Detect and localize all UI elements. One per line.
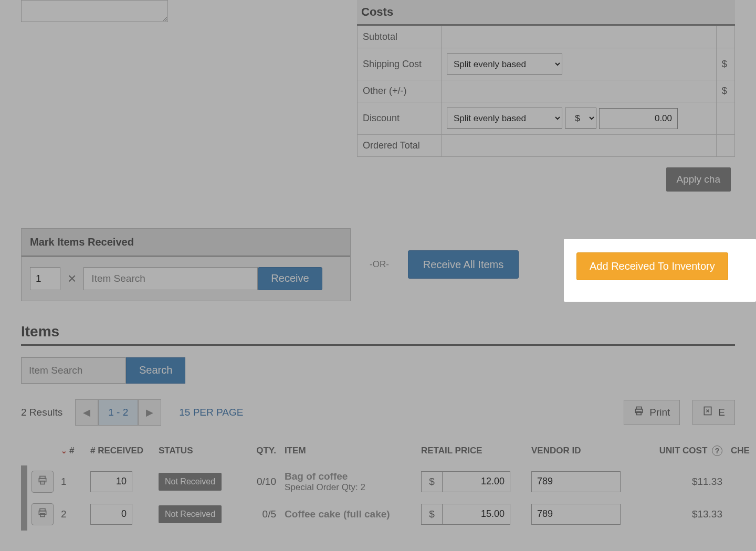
costs-table: Subtotal Shipping Cost Split evenly base… xyxy=(357,26,735,157)
row-num: 2 xyxy=(57,498,86,531)
row-num: 1 xyxy=(57,465,86,498)
notes-textarea[interactable] xyxy=(21,0,168,22)
discount-value-input[interactable] xyxy=(599,108,678,129)
shipping-split-select[interactable]: Split evenly based xyxy=(447,54,562,75)
export-label: E xyxy=(718,407,725,418)
retail-price-input[interactable] xyxy=(442,504,510,525)
items-table: ⌄# # RECEIVED STATUS QTY. ITEM RETAIL PR… xyxy=(21,440,756,531)
apply-changes-button[interactable]: Apply cha xyxy=(666,167,731,192)
item-sub: Special Order Qty: 2 xyxy=(285,482,413,493)
shipping-label: Shipping Cost xyxy=(358,48,442,80)
col-qty[interactable]: QTY. xyxy=(233,440,280,465)
unit-cost: $13.33 xyxy=(637,498,727,531)
discount-currency-select[interactable]: $ xyxy=(565,108,596,129)
multiply-icon: × xyxy=(68,270,76,287)
table-row: 2Not Received0/5Coffee cake (full cake)$… xyxy=(21,498,756,531)
retail-price-input[interactable] xyxy=(442,471,510,492)
pager-next-button[interactable]: ▶ xyxy=(138,399,161,426)
items-search-input[interactable] xyxy=(21,357,126,384)
unit-cost: $11.33 xyxy=(637,465,727,498)
col-num[interactable]: ⌄# xyxy=(57,440,86,465)
print-icon xyxy=(634,406,644,419)
highlight-region: Add Received To Inventory xyxy=(564,239,756,302)
received-qty-input[interactable] xyxy=(90,504,132,525)
item-name[interactable]: Bag of coffee xyxy=(285,471,413,482)
receive-item-search-input[interactable] xyxy=(83,267,258,290)
items-search-button[interactable]: Search xyxy=(126,357,185,384)
mark-items-heading: Mark Items Received xyxy=(22,229,350,257)
row-print-button[interactable] xyxy=(32,503,54,525)
discount-label: Discount xyxy=(358,102,442,135)
table-row: 1Not Received0/10Bag of coffeeSpecial Or… xyxy=(21,465,756,498)
or-separator: -OR- xyxy=(370,259,389,270)
receive-qty-input[interactable] xyxy=(30,267,60,290)
export-button[interactable]: E xyxy=(692,400,735,425)
other-currency: $ xyxy=(716,80,734,102)
excel-icon xyxy=(702,406,713,419)
col-item[interactable]: ITEM xyxy=(280,440,417,465)
receive-button[interactable]: Receive xyxy=(258,267,322,290)
item-name[interactable]: Coffee cake (full cake) xyxy=(285,508,413,520)
status-badge: Not Received xyxy=(159,473,222,491)
help-icon[interactable]: ? xyxy=(712,446,722,456)
col-check[interactable]: CHE xyxy=(727,440,756,465)
row-handle[interactable] xyxy=(21,498,27,531)
vendor-id-input[interactable] xyxy=(531,504,621,525)
pager-prev-button[interactable]: ◀ xyxy=(75,399,98,426)
col-status[interactable]: STATUS xyxy=(154,440,233,465)
currency-symbol: $ xyxy=(421,504,442,525)
shipping-currency: $ xyxy=(716,48,734,80)
print-icon xyxy=(37,475,48,488)
row-handle[interactable] xyxy=(21,465,27,498)
items-heading: Items xyxy=(21,323,735,346)
other-label: Other (+/-) xyxy=(358,80,442,102)
currency-symbol: $ xyxy=(421,471,442,492)
costs-heading: Costs xyxy=(357,0,735,26)
vendor-id-input[interactable] xyxy=(531,471,621,492)
add-received-to-inventory-button[interactable]: Add Received To Inventory xyxy=(576,252,728,280)
ordered-total-label: Ordered Total xyxy=(358,134,442,156)
per-page-link[interactable]: 15 PER PAGE xyxy=(179,407,243,418)
print-button[interactable]: Print xyxy=(624,400,680,425)
print-label: Print xyxy=(649,407,670,418)
subtotal-label: Subtotal xyxy=(358,26,442,48)
col-unitcost[interactable]: UNIT COST ? xyxy=(637,440,727,465)
print-icon xyxy=(37,507,48,521)
discount-split-select[interactable]: Split evenly based xyxy=(447,108,562,129)
row-qty: 0/5 xyxy=(233,498,280,531)
col-vendor[interactable]: VENDOR ID xyxy=(527,440,637,465)
row-qty: 0/10 xyxy=(233,465,280,498)
status-badge: Not Received xyxy=(159,505,222,523)
receive-all-button[interactable]: Receive All Items xyxy=(408,250,519,279)
results-count: 2 Results xyxy=(21,407,62,418)
pager-current: 1 - 2 xyxy=(98,399,138,426)
received-qty-input[interactable] xyxy=(90,471,132,492)
sort-icon: ⌄ xyxy=(61,447,67,455)
row-print-button[interactable] xyxy=(32,471,54,493)
col-received[interactable]: # RECEIVED xyxy=(86,440,154,465)
col-retail[interactable]: RETAIL PRICE xyxy=(417,440,527,465)
